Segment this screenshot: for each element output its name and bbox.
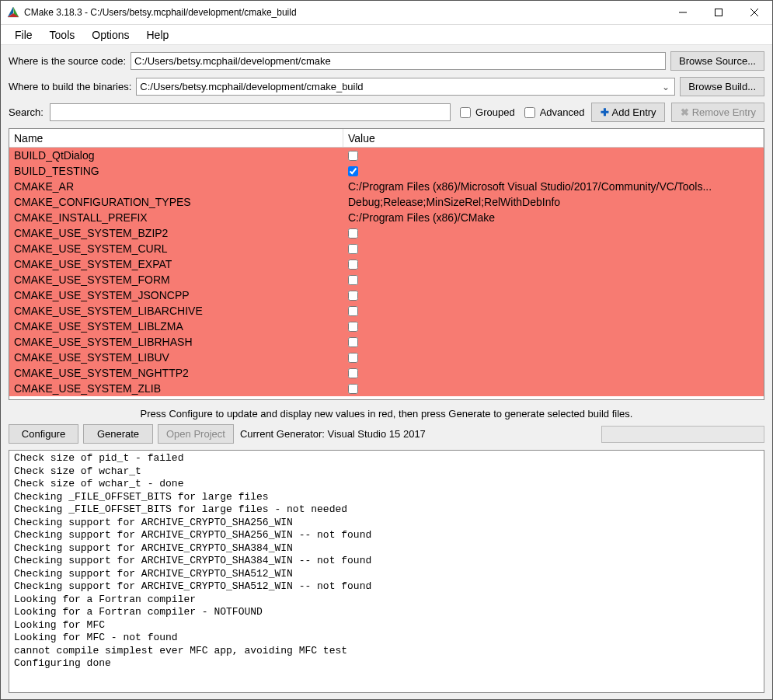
cache-var-value[interactable]: [343, 151, 764, 161]
maximize-button[interactable]: [701, 1, 736, 24]
table-row[interactable]: CMAKE_USE_SYSTEM_JSONCPP: [9, 287, 764, 303]
cache-var-name: CMAKE_CONFIGURATION_TYPES: [9, 196, 343, 208]
cache-var-name: CMAKE_USE_SYSTEM_BZIP2: [9, 227, 343, 239]
browse-source-button[interactable]: Browse Source...: [670, 51, 764, 71]
close-button[interactable]: [736, 1, 772, 24]
cache-var-checkbox[interactable]: [348, 259, 358, 270]
cache-var-checkbox[interactable]: [348, 306, 358, 316]
cache-var-name: CMAKE_USE_SYSTEM_LIBLZMA: [9, 320, 343, 333]
log-output: Check size of pid_t - failed Check size …: [9, 450, 764, 693]
open-project-button[interactable]: Open Project: [158, 424, 234, 444]
cache-var-name: CMAKE_INSTALL_PREFIX: [9, 211, 343, 224]
source-label: Where is the source code:: [9, 55, 126, 67]
table-row[interactable]: CMAKE_INSTALL_PREFIXC:/Program Files (x8…: [9, 210, 764, 225]
cache-var-value[interactable]: [343, 259, 764, 270]
column-header-name[interactable]: Name: [9, 129, 343, 147]
table-row[interactable]: BUILD_TESTING: [9, 163, 764, 179]
cache-var-value[interactable]: [343, 337, 764, 347]
menu-file[interactable]: File: [7, 27, 40, 43]
log-body[interactable]: Check size of pid_t - failed Check size …: [9, 451, 764, 679]
generate-button[interactable]: Generate: [83, 424, 153, 444]
menu-tools[interactable]: Tools: [42, 27, 83, 43]
table-row[interactable]: CMAKE_USE_SYSTEM_ZLIB: [9, 381, 764, 396]
cache-var-name: CMAKE_USE_SYSTEM_LIBUV: [9, 351, 343, 364]
table-row[interactable]: CMAKE_USE_SYSTEM_LIBARCHIVE: [9, 303, 764, 319]
advanced-checkbox[interactable]: [524, 107, 535, 118]
cmake-icon: [7, 6, 19, 19]
table-row[interactable]: CMAKE_USE_SYSTEM_NGHTTP2: [9, 365, 764, 381]
cache-var-checkbox[interactable]: [348, 275, 358, 285]
cache-var-name: BUILD_QtDialog: [9, 149, 343, 162]
cache-var-name: CMAKE_AR: [9, 180, 343, 193]
table-row[interactable]: CMAKE_ARC:/Program Files (x86)/Microsoft…: [9, 179, 764, 194]
configure-button[interactable]: Configure: [9, 424, 78, 444]
cache-var-checkbox[interactable]: [348, 353, 358, 363]
cache-var-checkbox[interactable]: [348, 337, 358, 347]
cache-var-name: CMAKE_USE_SYSTEM_NGHTTP2: [9, 367, 343, 379]
cache-var-checkbox[interactable]: [348, 291, 358, 301]
titlebar: CMake 3.18.3 - C:/Users/betsy.mcphail/de…: [1, 1, 772, 25]
grouped-checkbox[interactable]: [460, 107, 471, 118]
menu-help[interactable]: Help: [139, 27, 177, 43]
cache-var-value[interactable]: Debug;Release;MinSizeRel;RelWithDebInfo: [343, 196, 764, 208]
cache-var-checkbox[interactable]: [348, 322, 358, 332]
build-path-combo[interactable]: C:/Users/betsy.mcphail/development/cmake…: [136, 78, 675, 96]
cache-var-value[interactable]: [343, 244, 764, 254]
hint-text: Press Configure to update and display ne…: [9, 403, 764, 424]
advanced-checkbox-label[interactable]: Advanced: [521, 105, 585, 120]
build-path-value: C:/Users/betsy.mcphail/development/cmake…: [140, 81, 363, 92]
svg-rect-5: [716, 9, 723, 16]
table-row[interactable]: CMAKE_USE_SYSTEM_CURL: [9, 241, 764, 256]
cache-var-name: CMAKE_USE_SYSTEM_EXPAT: [9, 258, 343, 270]
search-label: Search:: [9, 106, 44, 118]
table-row[interactable]: BUILD_QtDialog: [9, 148, 764, 163]
cache-var-checkbox[interactable]: [348, 368, 358, 378]
cache-var-value[interactable]: [343, 166, 764, 176]
cache-var-checkbox[interactable]: [348, 166, 358, 176]
progress-bar: [601, 426, 764, 443]
cache-var-checkbox[interactable]: [348, 244, 358, 254]
table-row[interactable]: CMAKE_USE_SYSTEM_LIBLZMA: [9, 319, 764, 334]
add-entry-button[interactable]: ✚Add Entry: [591, 103, 665, 122]
generator-label: Current Generator: Visual Studio 15 2017: [240, 428, 426, 440]
cache-var-checkbox[interactable]: [348, 384, 358, 394]
cache-var-value[interactable]: [343, 228, 764, 239]
cache-var-checkbox[interactable]: [348, 151, 358, 161]
cache-var-value[interactable]: [343, 291, 764, 301]
table-row[interactable]: CMAKE_USE_SYSTEM_BZIP2: [9, 225, 764, 241]
search-input[interactable]: [50, 103, 451, 121]
column-header-value[interactable]: Value: [343, 129, 764, 147]
window-title: CMake 3.18.3 - C:/Users/betsy.mcphail/de…: [24, 7, 665, 18]
table-row[interactable]: CMAKE_USE_SYSTEM_FORM: [9, 272, 764, 287]
cache-var-name: CMAKE_USE_SYSTEM_CURL: [9, 242, 343, 255]
cache-var-name: CMAKE_USE_SYSTEM_LIBRHASH: [9, 336, 343, 348]
table-row[interactable]: CMAKE_USE_SYSTEM_LIBRHASH: [9, 334, 764, 350]
cache-var-value[interactable]: [343, 368, 764, 378]
table-row[interactable]: CMAKE_CONFIGURATION_TYPESDebug;Release;M…: [9, 194, 764, 210]
cache-var-name: BUILD_TESTING: [9, 165, 343, 177]
cache-var-name: CMAKE_USE_SYSTEM_JSONCPP: [9, 289, 343, 301]
cache-table: Name Value BUILD_QtDialogBUILD_TESTINGCM…: [9, 128, 764, 400]
menu-options[interactable]: Options: [84, 27, 137, 43]
remove-entry-button[interactable]: ✖Remove Entry: [671, 103, 764, 122]
log-horizontal-scroll[interactable]: [9, 679, 764, 692]
cache-var-name: CMAKE_USE_SYSTEM_FORM: [9, 273, 343, 286]
table-row[interactable]: CMAKE_USE_SYSTEM_EXPAT: [9, 256, 764, 272]
cache-var-value[interactable]: [343, 353, 764, 363]
cache-var-value[interactable]: C:/Program Files (x86)/Microsoft Visual …: [343, 180, 764, 193]
cache-var-value[interactable]: C:/Program Files (x86)/CMake: [343, 211, 764, 224]
cache-table-body[interactable]: BUILD_QtDialogBUILD_TESTINGCMAKE_ARC:/Pr…: [9, 148, 764, 399]
cache-var-name: CMAKE_USE_SYSTEM_LIBARCHIVE: [9, 305, 343, 317]
cache-var-value[interactable]: [343, 384, 764, 394]
table-row[interactable]: CMAKE_USE_SYSTEM_LIBUV: [9, 350, 764, 365]
cache-var-value[interactable]: [343, 275, 764, 285]
browse-build-button[interactable]: Browse Build...: [680, 77, 764, 96]
cache-var-value[interactable]: [343, 306, 764, 316]
cache-var-checkbox[interactable]: [348, 228, 358, 239]
cache-var-value[interactable]: [343, 322, 764, 332]
cache-var-name: CMAKE_USE_SYSTEM_ZLIB: [9, 382, 343, 395]
source-path-input[interactable]: [131, 52, 666, 70]
grouped-checkbox-label[interactable]: Grouped: [457, 105, 515, 120]
menubar: File Tools Options Help: [1, 25, 772, 45]
minimize-button[interactable]: [665, 1, 701, 24]
